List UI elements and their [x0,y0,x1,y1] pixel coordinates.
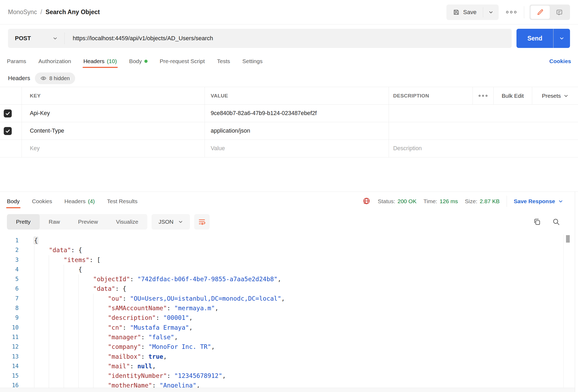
response-tab-cookies[interactable]: Cookies [32,192,52,211]
code-line: 12"company": "MonoFor Inc. TR", [0,342,578,352]
tab-label: Headers [64,198,86,205]
response-tab-headers[interactable]: Headers(4) [64,192,95,211]
row-checkbox[interactable] [4,109,12,117]
comments-button[interactable] [550,6,569,19]
request-tab-body[interactable]: Body [129,53,148,70]
table-more-actions[interactable] [473,87,494,104]
app-window: MonoSync / Search Any Object Save [0,0,578,392]
method-label: POST [15,35,31,42]
method-select[interactable]: POST [8,35,64,42]
code-line: 3"items": [ [0,255,578,265]
hidden-headers-badge[interactable]: 8 hidden [35,72,75,84]
chevron-down-icon [53,36,58,41]
line-number[interactable]: 11 [0,332,19,342]
line-number[interactable]: 1 [0,236,19,245]
view-mode-visualize[interactable]: Visualize [107,214,148,230]
format-label: JSON [158,219,173,225]
line-number[interactable]: 6 [0,284,19,293]
presets-dropdown[interactable]: Presets [532,87,578,104]
line-number[interactable]: 16 [0,381,19,388]
send-button[interactable]: Send [516,29,553,48]
request-tab-pre-request-script[interactable]: Pre-request Script [160,53,205,70]
key-placeholder[interactable]: Key [22,140,205,157]
time-badge[interactable]: Time: 126 ms [424,198,458,205]
line-number[interactable]: 5 [0,274,19,284]
page-title: Search Any Object [46,9,100,16]
request-tab-tests[interactable]: Tests [217,53,230,70]
header-key[interactable]: Content-Type [22,122,205,140]
code-line: 9"description": "00001", [0,313,578,322]
save-response-button[interactable]: Save Response [514,198,563,205]
save-button-group: Save [446,5,499,20]
line-number[interactable]: 15 [0,371,19,381]
header-row-content-type: Content-Type application/json [0,122,578,140]
more-options-icon[interactable] [504,11,519,13]
value-placeholder[interactable]: Value [205,140,389,157]
status-label: Status: [378,198,395,205]
header-key[interactable]: Api-Key [22,105,205,122]
search-button[interactable] [552,218,560,226]
headers-table: KEY VALUE DESCRIPTION Bulk Edit Presets … [0,87,578,157]
request-tab-params[interactable]: Params [7,53,26,70]
time-label: Time: [424,198,437,205]
hidden-headers-label: 8 hidden [49,75,70,81]
tab-count: (4) [88,198,95,205]
header-value[interactable]: 9ce840b7-82a6-47b9-b124-023487ebef2f [205,105,389,122]
header-actions: Save [446,5,570,20]
cookies-link[interactable]: Cookies [549,53,571,70]
chevron-down-icon [489,10,493,15]
view-mode-preview[interactable]: Preview [69,214,107,230]
code-text: "items": [ [34,255,100,265]
view-mode-raw[interactable]: Raw [40,214,69,230]
line-number[interactable]: 10 [0,323,19,332]
status-badge[interactable]: Status: 200 OK [378,198,417,205]
line-number[interactable]: 9 [0,313,19,322]
send-options-button[interactable] [553,29,570,48]
code-line: 4{ [0,265,578,274]
request-tab-headers[interactable]: Headers(10) [83,53,117,70]
code-text: "ou": "OU=Users,OU=istanbul,DC=monodc,DC… [34,294,285,303]
header-description[interactable] [389,105,578,122]
code-scrollbar-thumb[interactable] [566,235,570,243]
code-text: "mail": null, [34,361,156,371]
bulk-edit-button[interactable]: Bulk Edit [494,87,532,104]
edit-pencil-button[interactable] [531,6,550,19]
horizontal-scrollbar[interactable] [0,388,575,392]
url-input[interactable] [65,35,512,42]
line-number[interactable]: 13 [0,352,19,361]
modified-dot [144,60,148,63]
code-line: 10"cn": "Mustafa Ermaya", [0,323,578,332]
save-icon [453,9,460,16]
row-checkbox[interactable] [4,127,12,135]
response-tab-body[interactable]: Body [7,192,20,211]
header-description[interactable] [389,122,578,140]
wrap-lines-button[interactable] [194,214,210,230]
format-select[interactable]: JSON [152,214,190,230]
line-number[interactable]: 14 [0,361,19,371]
line-number[interactable]: 7 [0,294,19,303]
size-badge[interactable]: Size: 2.87 KB [465,198,499,205]
description-placeholder[interactable]: Description [389,140,578,157]
response-body-code[interactable]: 1{2"data": {3"items": [4{5"objectId": "7… [0,233,578,388]
header-row-placeholder: Key Value Description [0,140,578,157]
save-options-button[interactable] [483,5,499,20]
copy-button[interactable] [533,218,541,226]
code-text: { [34,265,82,274]
request-tab-authorization[interactable]: Authorization [38,53,71,70]
header-value[interactable]: application/json [205,122,389,140]
request-tab-settings[interactable]: Settings [242,53,263,70]
line-number[interactable]: 4 [0,265,19,274]
response-tab-test-results[interactable]: Test Results [107,192,137,211]
line-number[interactable]: 8 [0,303,19,313]
row-checkbox-cell [0,122,22,140]
save-button[interactable]: Save [446,5,483,20]
code-line: 11"manager": "false", [0,332,578,342]
view-mode-pretty[interactable]: Pretty [7,214,40,230]
network-warning-icon[interactable] [362,197,371,206]
code-text: "mailbox": true, [34,352,167,361]
line-number[interactable]: 12 [0,342,19,352]
line-number[interactable]: 2 [0,245,19,255]
tab-label: Settings [242,58,263,64]
line-number[interactable]: 3 [0,255,19,265]
breadcrumb-collection[interactable]: MonoSync [8,9,37,16]
